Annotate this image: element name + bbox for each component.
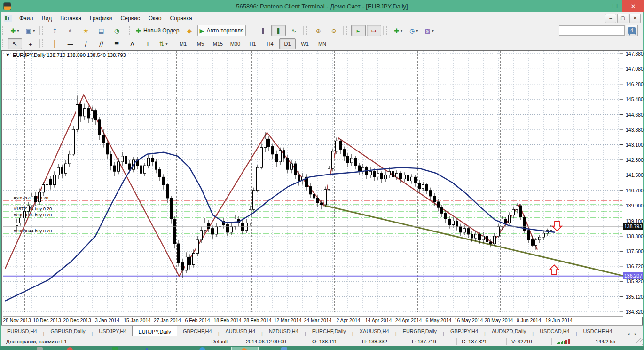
taskbar-app-icon[interactable] <box>144 347 150 350</box>
bar-chart-button[interactable]: ∥ <box>256 25 270 36</box>
one-click-trading-toggle[interactable]: ▼ <box>6 53 10 57</box>
menu-item-1[interactable]: Файл <box>15 14 38 23</box>
status-profile[interactable]: Default <box>198 338 241 345</box>
toolbar-drag-handle[interactable] <box>251 26 254 35</box>
chart-tab-audusd-h4[interactable]: AUDUSD,H4 <box>220 326 261 336</box>
horizontal-line-button[interactable]: — <box>63 38 78 49</box>
data-window-button[interactable]: ⌖ <box>63 25 78 36</box>
vertical-line-button[interactable]: │ <box>47 38 62 49</box>
chart-tab-usdjpy-h4[interactable]: USDJPY,H4 <box>93 326 132 336</box>
chart-tab-xauusd-h4[interactable]: XAUUSD,H4 <box>354 326 395 336</box>
chart-tab-nzdusd-h4[interactable]: NZDUSD,H4 <box>263 326 304 336</box>
dropdown-arrow-icon[interactable]: ▾ <box>432 29 434 33</box>
chart-tab-audnzd-daily[interactable]: AUDNZD,Daily <box>486 326 532 336</box>
dropdown-arrow-icon[interactable]: ▾ <box>17 29 19 33</box>
timeframe-m1-button[interactable]: M1 <box>175 38 191 49</box>
taskbar-active-app[interactable] <box>231 347 259 350</box>
dropdown-arrow-icon[interactable]: ▾ <box>416 29 418 33</box>
time-axis[interactable]: 28 Nov 201310 Dec 201320 Dec 20133 Jan 2… <box>2 317 623 325</box>
menu-item-7[interactable]: Справка <box>166 14 196 23</box>
taskbar-app-icon[interactable] <box>112 347 118 350</box>
new-chart-button[interactable]: ✚▾ <box>8 25 22 36</box>
metaeditor-button[interactable]: ◆ <box>182 25 196 36</box>
toolbar-drag-handle[interactable] <box>2 39 6 48</box>
periods-button[interactable]: ◷▾ <box>407 25 421 36</box>
chart-tab-usdchf-h4[interactable]: USDCHF,H4 <box>578 326 618 336</box>
new-order-button-label: Новый Ордер <box>143 27 179 34</box>
auto-scroll-button[interactable]: ▸ <box>351 25 366 36</box>
cursor-button[interactable]: ↖ <box>8 38 22 49</box>
chart-tab-usdcad-h4[interactable]: USDCAD,H4 <box>534 326 575 336</box>
crosshair-button[interactable]: ＋ <box>23 38 38 49</box>
window-minimize-button[interactable]: – <box>592 0 607 12</box>
menu-item-5[interactable]: Сервис <box>117 14 144 23</box>
chart-minimize-button[interactable]: – <box>605 14 616 23</box>
text-button[interactable]: A <box>125 38 140 49</box>
chart-shift-button[interactable]: ↦ <box>367 25 381 36</box>
zoom-in-button[interactable]: ⊕ <box>311 25 326 36</box>
search-input[interactable] <box>559 27 630 34</box>
menu-item-6[interactable]: Окно <box>144 14 166 23</box>
arrows-tool-button[interactable]: ⇅▾ <box>156 38 171 49</box>
chart-tab-gbpusd-daily[interactable]: GBPUSD,Daily <box>45 326 91 336</box>
window-close-button[interactable]: ✕ <box>622 0 644 12</box>
toolbar-drag-handle[interactable] <box>2 26 6 35</box>
price-axis[interactable]: 147.880147.080146.280145.480144.680143.8… <box>623 51 643 317</box>
timeframe-h1-button[interactable]: H1 <box>244 38 261 49</box>
timeframe-w1-button[interactable]: W1 <box>297 38 313 49</box>
price-axis-label: 141.500 <box>626 172 644 178</box>
indicators-button[interactable]: ✚▾ <box>391 25 406 36</box>
chart-restore-button[interactable]: ▢ <box>617 14 628 23</box>
toolbar-drag-handle[interactable] <box>42 39 46 48</box>
timeframe-mn-button[interactable]: MN <box>314 38 330 49</box>
community-chat-button[interactable]: 4 <box>626 25 638 36</box>
strategy-tester-button[interactable]: ◔ <box>110 25 124 36</box>
chart-tab-eurjpy-daily[interactable]: EURJPY,Daily <box>132 326 177 337</box>
timeframe-m30-button[interactable]: M30 <box>227 38 243 49</box>
terminal-button[interactable]: ▤ <box>94 25 109 36</box>
timeframe-m15-button[interactable]: M15 <box>210 38 226 49</box>
candlestick-chart-button[interactable]: ❚ <box>271 25 286 36</box>
menu-item-2[interactable]: Вид <box>38 14 56 23</box>
toolbar-drag-handle[interactable] <box>306 26 309 35</box>
navigator-button[interactable]: ★ <box>79 25 93 36</box>
trendline-button[interactable]: ∕ <box>79 38 93 49</box>
toolbar-drag-handle[interactable] <box>42 26 46 35</box>
resize-grip[interactable] <box>636 338 643 345</box>
fibonacci-button[interactable]: ≣ <box>110 38 124 49</box>
taskbar-app-icon[interactable] <box>37 347 43 350</box>
menu-item-3[interactable]: Вставка <box>56 14 86 23</box>
taskbar-app-icon[interactable] <box>67 347 73 350</box>
time-axis-label: 28 Nov 2013 <box>3 318 31 323</box>
profiles-button[interactable]: ▣▾ <box>23 25 38 36</box>
zoom-out-button[interactable]: ⊖ <box>327 25 341 36</box>
text-label-button[interactable]: T <box>141 38 155 49</box>
timeframe-d1-button[interactable]: D1 <box>279 38 296 49</box>
chart-tab-eurgbp-daily[interactable]: EURGBP,Daily <box>397 326 443 336</box>
toolbar-drag-handle[interactable] <box>346 26 349 35</box>
taskbar-app-icon[interactable] <box>281 347 287 350</box>
chart-tab-gbpchf-h4[interactable]: GBPCHF,H4 <box>177 326 218 336</box>
chart-tab-eurusd-h4[interactable]: EURUSD,H4 <box>1 326 43 336</box>
new-order-button[interactable]: ✚Новый Ордер <box>134 25 181 36</box>
market-watch-button[interactable]: ↕ <box>47 25 62 36</box>
menu-item-4[interactable]: Графики <box>86 14 117 23</box>
chart-tab-gbpjpy-h4[interactable]: GBPJPY,H4 <box>445 326 484 336</box>
chart-close-button[interactable]: ✕ <box>629 14 641 23</box>
timeframe-m5-button[interactable]: M5 <box>192 38 209 49</box>
toolbar-drag-handle[interactable] <box>386 26 389 35</box>
price-axis-label: 144.680 <box>626 111 644 118</box>
toolbar-drag-handle[interactable] <box>129 26 132 35</box>
autotrading-button[interactable]: ▶Авто-торговля <box>197 25 245 36</box>
templates-button[interactable]: ▧▾ <box>422 25 437 36</box>
window-maximize-button[interactable]: ☐ <box>607 0 622 12</box>
equidistant-channel-button[interactable]: ∕∕ <box>94 38 109 49</box>
dropdown-arrow-icon[interactable]: ▾ <box>165 42 167 46</box>
dropdown-arrow-icon[interactable]: ▾ <box>33 29 35 33</box>
timeframe-h4-button[interactable]: H4 <box>262 38 278 49</box>
line-chart-button[interactable]: ∿ <box>287 25 301 36</box>
taskbar-app-icon[interactable] <box>199 347 205 350</box>
chart-tab-eurchf-daily[interactable]: EURCHF,Daily <box>306 326 352 336</box>
dropdown-arrow-icon[interactable]: ▾ <box>401 29 402 33</box>
chart-canvas[interactable]: #2057615 tp 0.20#1872764 buy 0.20#205761… <box>3 51 623 317</box>
